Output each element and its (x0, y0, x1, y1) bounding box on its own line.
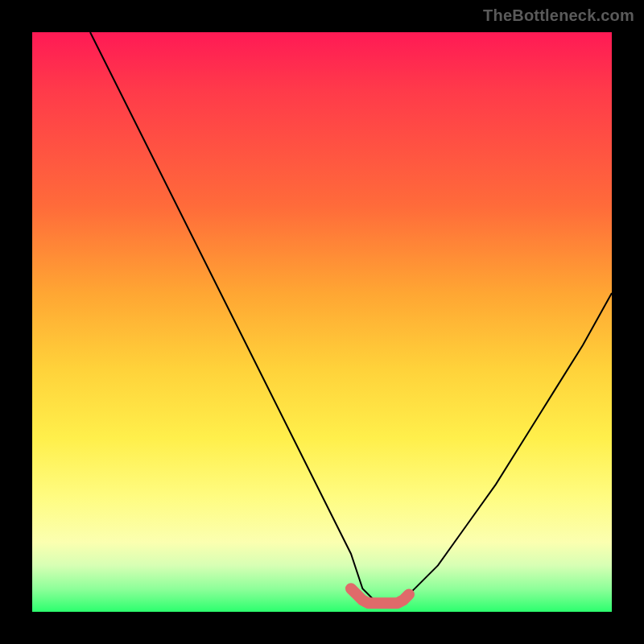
plot-area (32, 32, 612, 612)
bottleneck-curve (90, 32, 612, 606)
optimal-band (351, 588, 409, 603)
watermark-text: TheBottleneck.com (483, 6, 634, 25)
curves-svg (32, 32, 612, 612)
chart-frame: TheBottleneck.com (0, 0, 644, 644)
